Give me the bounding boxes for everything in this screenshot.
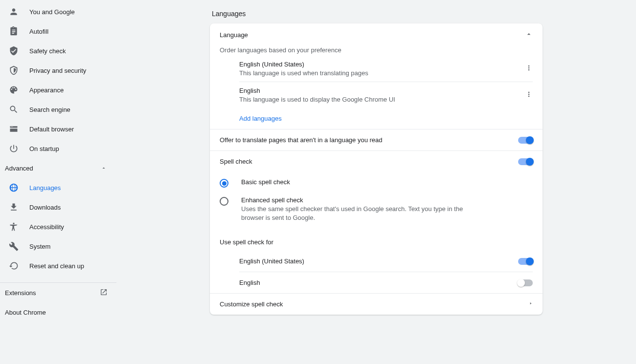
spellcheck-language-name: English (239, 279, 260, 286)
sidebar-item-appearance[interactable]: Appearance (0, 80, 116, 100)
spellcheck-toggle[interactable] (518, 158, 533, 165)
shield-icon (9, 65, 19, 75)
sidebar-label: Safety check (29, 47, 66, 55)
spellcheck-language-row: English (United States) (239, 251, 533, 272)
chevron-up-icon (101, 165, 107, 171)
sidebar-label: Reset and clean up (29, 262, 84, 270)
language-name: English (239, 87, 395, 94)
language-desc: This language is used to display the Goo… (239, 96, 395, 103)
sidebar-label: Accessibility (29, 223, 64, 231)
globe-icon (9, 183, 19, 193)
search-icon (9, 105, 19, 114)
external-link-icon (100, 288, 108, 298)
translate-offer-row: Offer to translate pages that aren't in … (210, 129, 543, 150)
sidebar-item-autofill[interactable]: Autofill (0, 21, 116, 41)
sidebar-item-on-startup[interactable]: On startup (0, 139, 116, 158)
sidebar-item-reset[interactable]: Reset and clean up (0, 256, 116, 276)
spellcheck-language-row: English (239, 272, 533, 293)
radio-desc: Uses the same spell checker that's used … (241, 205, 476, 222)
sidebar-item-you-and-google[interactable]: You and Google (0, 2, 116, 21)
radio-label: Enhanced spell check (241, 196, 476, 204)
sidebar-label: Default browser (29, 126, 74, 133)
sidebar-label: Search engine (29, 106, 70, 113)
page-title: Languages (210, 10, 543, 18)
sidebar-label: System (29, 243, 50, 250)
customize-spellcheck-row[interactable]: Customize spell check (210, 293, 543, 315)
radio-enhanced-spellcheck[interactable]: Enhanced spell check Uses the same spell… (220, 192, 533, 227)
language-section-title: Language (220, 31, 248, 39)
language-order-hint: Order languages based on your preference (210, 46, 543, 56)
add-languages-link[interactable]: Add languages (210, 108, 543, 129)
customize-spellcheck-label: Customize spell check (220, 300, 283, 308)
sidebar-item-extensions[interactable]: Extensions (0, 283, 116, 302)
sidebar-item-privacy[interactable]: Privacy and security (0, 61, 116, 80)
language-name: English (United States) (239, 61, 368, 68)
sidebar-item-downloads[interactable]: Downloads (0, 197, 116, 217)
radio-basic-spellcheck[interactable]: Basic spell check (220, 174, 533, 192)
sidebar-label: On startup (29, 145, 59, 152)
use-spellcheck-for-label: Use spell check for (210, 232, 543, 248)
sidebar-label: Autofill (29, 28, 48, 35)
sidebar-about-label: About Chrome (5, 309, 46, 316)
main-content: Languages Language Order languages based… (116, 0, 636, 364)
sidebar-extensions-label: Extensions (5, 289, 36, 297)
sidebar-advanced-label: Advanced (5, 165, 33, 172)
radio-icon (220, 179, 228, 188)
sidebar-label: Languages (29, 184, 61, 192)
palette-icon (9, 85, 19, 95)
person-icon (9, 7, 19, 17)
sidebar-item-accessibility[interactable]: Accessibility (0, 217, 116, 236)
spellcheck-header-row: Spell check (210, 150, 543, 172)
language-desc: This language is used when translating p… (239, 69, 368, 77)
sidebar-item-about[interactable]: About Chrome (0, 302, 116, 322)
settings-sidebar: You and Google Autofill Safety check Pri… (0, 0, 116, 364)
chevron-up-icon (525, 30, 533, 40)
radio-label: Basic spell check (241, 178, 290, 186)
spellcheck-language-toggle[interactable] (518, 258, 533, 265)
sidebar-label: Privacy and security (29, 67, 86, 74)
spellcheck-radio-group: Basic spell check Enhanced spell check U… (210, 172, 543, 232)
sidebar-item-search-engine[interactable]: Search engine (0, 100, 116, 119)
language-row: English This language is used to display… (239, 82, 533, 108)
translate-offer-toggle[interactable] (518, 137, 533, 144)
accessibility-icon (9, 222, 19, 232)
restore-icon (9, 261, 19, 271)
sidebar-label: Downloads (29, 204, 61, 211)
language-more-button[interactable] (525, 64, 533, 73)
sidebar-label: Appearance (29, 86, 64, 94)
spellcheck-language-toggle[interactable] (518, 279, 533, 286)
spellcheck-language-name: English (United States) (239, 257, 304, 265)
power-icon (9, 144, 19, 153)
sidebar-item-default-browser[interactable]: Default browser (0, 119, 116, 139)
sidebar-item-safety-check[interactable]: Safety check (0, 41, 116, 61)
clipboard-icon (9, 26, 19, 36)
language-row: English (United States) This language is… (239, 56, 533, 82)
radio-icon (220, 197, 228, 206)
language-section-header[interactable]: Language (210, 23, 543, 46)
translate-offer-label: Offer to translate pages that aren't in … (220, 136, 383, 144)
language-list: English (United States) This language is… (239, 56, 533, 108)
chevron-right-icon (529, 300, 533, 308)
sidebar-advanced-toggle[interactable]: Advanced (0, 158, 116, 178)
languages-card: Language Order languages based on your p… (210, 23, 543, 315)
spellcheck-header-label: Spell check (220, 158, 252, 165)
wrench-icon (9, 241, 19, 251)
sidebar-item-system[interactable]: System (0, 236, 116, 256)
sidebar-label: You and Google (29, 8, 75, 16)
shield-check-icon (9, 46, 19, 56)
spellcheck-language-list: English (United States) English (239, 251, 533, 293)
browser-icon (9, 124, 19, 134)
sidebar-item-languages[interactable]: Languages (0, 178, 116, 197)
language-more-button[interactable] (525, 90, 533, 100)
download-icon (9, 202, 19, 212)
